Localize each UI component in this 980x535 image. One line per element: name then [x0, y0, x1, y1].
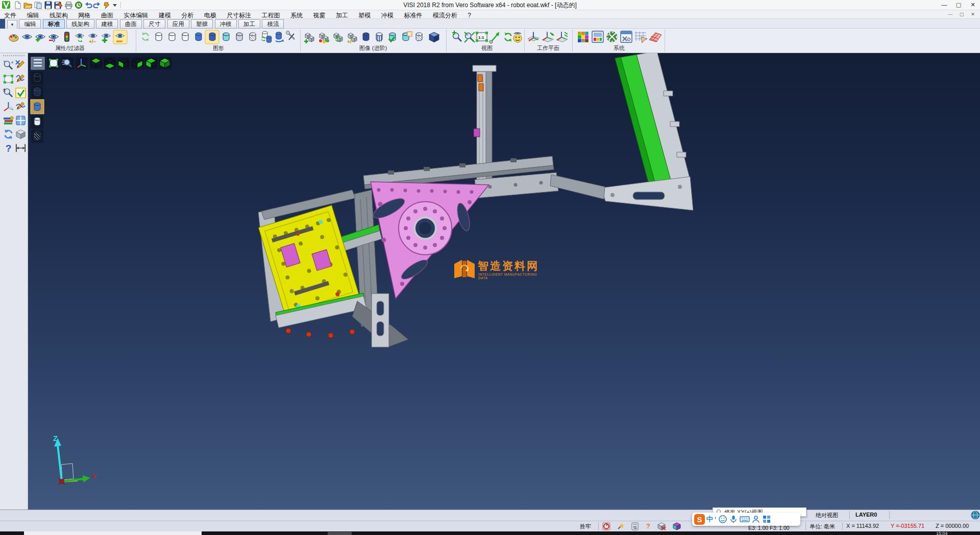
part-top-post[interactable] — [473, 65, 605, 199]
cubes-plusminus-icon[interactable]: +/− — [347, 33, 357, 45]
mdi-close-button[interactable]: ✕ — [968, 11, 978, 18]
emoji-icon[interactable] — [718, 515, 727, 524]
menu-modeling[interactable]: 建模 — [155, 11, 175, 19]
cylinder-check-icon[interactable] — [389, 33, 396, 41]
axis-triad-icon[interactable] — [76, 57, 88, 69]
menu-surface[interactable]: 曲面 — [97, 11, 117, 19]
palette-brush-icon[interactable] — [9, 35, 18, 41]
menu-stamping-die[interactable]: 冲模 — [377, 11, 398, 19]
cylinder-hatch-icon[interactable] — [416, 33, 423, 41]
ime-punctuation[interactable]: ’ — [715, 516, 717, 523]
menu-electrode[interactable]: 电极 — [200, 11, 220, 19]
pan-arrow-icon[interactable] — [489, 32, 499, 43]
lock-toggle[interactable]: 拴牢 — [580, 523, 591, 530]
menu-machining[interactable]: 加工 — [332, 11, 352, 19]
cylinder-hatched-icon[interactable] — [250, 33, 256, 41]
cube-delete-icon[interactable] — [657, 522, 666, 530]
eye-show-all-icon[interactable] — [102, 34, 111, 43]
taskbar-button[interactable] — [328, 532, 352, 535]
keyboard-icon[interactable] — [740, 515, 750, 524]
zoom-extents-icon[interactable] — [464, 32, 475, 42]
globe-icon[interactable] — [971, 510, 980, 520]
eye-plusminus-icon[interactable]: +/− — [89, 34, 97, 44]
layers-palette-icon[interactable] — [3, 114, 14, 127]
cylinder-shaded-icon[interactable] — [31, 100, 44, 114]
menu-system[interactable]: 系统 — [286, 11, 307, 19]
ime-language-mode[interactable]: 中 — [706, 515, 713, 524]
measure-icon[interactable] — [15, 142, 27, 154]
tab-machining[interactable]: 加工 — [238, 19, 260, 29]
mdi-minimize-button[interactable]: — — [945, 11, 955, 18]
zoom-fly-icon[interactable] — [61, 57, 74, 69]
tab-stamping[interactable]: 冲模 — [215, 19, 237, 29]
cylinder-wireframe-icon[interactable] — [31, 71, 43, 85]
menu-window[interactable]: 视窗 — [309, 11, 329, 19]
ucs-axis-icon[interactable] — [3, 101, 14, 113]
sogou-logo[interactable]: S — [694, 514, 705, 525]
gear-icon[interactable] — [607, 32, 617, 42]
menu-dimension[interactable]: 尺寸标注 — [223, 11, 255, 19]
windows-taskbar[interactable]: 15:04 — [0, 531, 980, 535]
close-button[interactable]: ✕ — [966, 0, 980, 10]
zoom-1-1-icon[interactable]: 1:1 — [476, 32, 488, 42]
calculator-icon[interactable] — [631, 522, 639, 530]
redraw-face-icon[interactable] — [513, 32, 522, 42]
pencil-curve-icon[interactable] — [15, 101, 27, 113]
layer-indicator[interactable]: LAYER0 — [855, 512, 877, 518]
tab-standard[interactable]: 标准 — [43, 19, 65, 29]
pencil-delete-icon[interactable] — [15, 59, 27, 71]
cylinder-hidden-line-icon[interactable] — [31, 86, 43, 99]
cylinder-blue-selected-icon[interactable] — [205, 30, 219, 44]
maximize-button[interactable]: ▢ — [951, 0, 966, 10]
zoom-in-icon[interactable] — [452, 31, 461, 41]
workplane-align-icon[interactable] — [556, 32, 568, 42]
workplane-axis-icon[interactable] — [528, 32, 539, 41]
cube-view-iso-icon[interactable] — [159, 57, 172, 69]
tab-moldflow[interactable]: 模流 — [262, 19, 284, 29]
cubes-refresh-icon[interactable] — [334, 33, 342, 42]
tab-application[interactable]: 应用 — [167, 19, 189, 29]
mdi-restore-button[interactable]: ▢ — [957, 11, 967, 18]
record-red-icon[interactable] — [602, 522, 610, 530]
cylinder-corner-icon[interactable] — [403, 32, 412, 41]
menu-standard-parts[interactable]: 标准件 — [400, 11, 426, 19]
taskbar-app-strip[interactable] — [24, 531, 202, 535]
window-tools-icon[interactable] — [621, 31, 632, 42]
cylinder-wire-icon[interactable] — [182, 33, 188, 41]
menu-help[interactable]: ? — [463, 11, 475, 19]
microphone-icon[interactable] — [729, 515, 738, 524]
cylinder-cyan-icon[interactable] — [223, 33, 229, 41]
eye-add-icon[interactable] — [36, 35, 45, 42]
pencil-spline-icon[interactable] — [15, 73, 27, 85]
rotate-view-icon[interactable] — [505, 32, 511, 41]
person-icon[interactable] — [751, 515, 761, 524]
window-blue-icon[interactable] — [15, 114, 27, 127]
minimize-button[interactable]: — — [937, 0, 951, 10]
grid-red-icon[interactable] — [649, 33, 662, 42]
grid-hand-icon[interactable] — [635, 32, 647, 43]
image-settings-icon[interactable] — [592, 31, 603, 42]
menu-mesh[interactable]: 网格 — [74, 11, 94, 19]
view-mode-label[interactable]: 绝对视图 — [816, 512, 838, 519]
cylinder-navy-icon[interactable] — [363, 33, 369, 41]
menu-moldflow[interactable]: 模流分析 — [429, 11, 461, 19]
tab-modeling[interactable]: 建模 — [96, 19, 118, 29]
tab-surface[interactable]: 曲面 — [120, 19, 142, 29]
menu-wireframe[interactable]: 线架构 — [45, 11, 72, 19]
cylinder-light-icon[interactable] — [236, 33, 242, 41]
cube-view-top-icon[interactable] — [90, 57, 103, 69]
help-orange-icon[interactable]: ? — [646, 522, 650, 530]
cube-view-left-icon[interactable] — [145, 57, 158, 69]
ime-toolbar[interactable]: S 中 ’ — [692, 513, 800, 526]
color-grid-icon[interactable] — [578, 32, 589, 42]
tab-dropdown-icon[interactable]: ▼ — [7, 20, 17, 29]
menu-analysis[interactable]: 分析 — [177, 11, 198, 19]
cube-view-right-icon[interactable] — [131, 57, 144, 69]
cube-view-bottom-icon[interactable] — [104, 57, 116, 69]
eye-subtract-icon[interactable] — [49, 35, 58, 42]
cylinder-flat-icon[interactable] — [31, 115, 43, 129]
traffic-light-icon[interactable] — [64, 32, 69, 41]
cylinder-pair-icon[interactable] — [262, 31, 272, 42]
refresh-blue-icon[interactable] — [3, 128, 14, 140]
shaded-cube-icon[interactable] — [429, 32, 439, 42]
